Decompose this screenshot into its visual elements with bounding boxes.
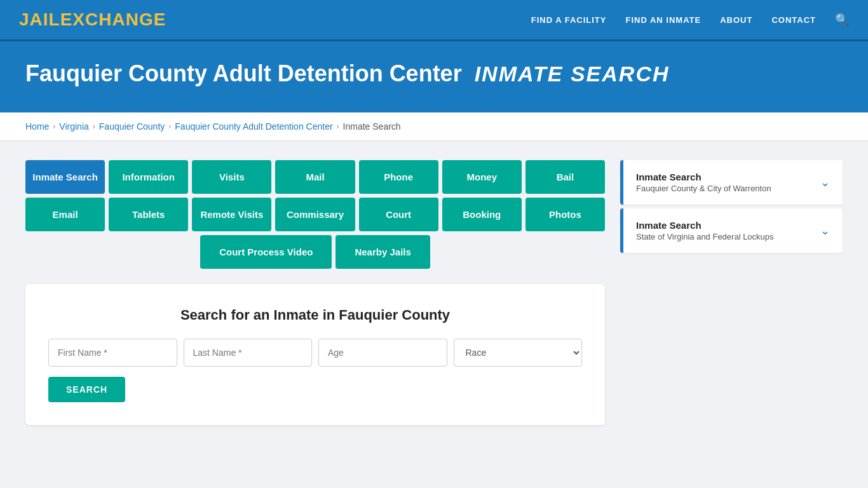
- hero-section: Fauquier County Adult Detention Center I…: [0, 41, 868, 112]
- tab-photos[interactable]: Photos: [526, 198, 605, 231]
- breadcrumb-home[interactable]: Home: [25, 121, 49, 132]
- sidebar-card-fauquier-subtitle: Fauquier County & City of Warrenton: [636, 184, 771, 193]
- tab-commissary[interactable]: Commissary: [275, 198, 355, 231]
- breadcrumb-sep-2: ›: [93, 122, 95, 131]
- search-panel: Search for an Inmate in Fauquier County …: [25, 284, 605, 425]
- breadcrumb-sep-4: ›: [337, 122, 339, 131]
- page-title: Fauquier County Adult Detention Center I…: [25, 60, 843, 87]
- main-content: Inmate Search Information Visits Mail Ph…: [0, 141, 868, 444]
- breadcrumb-fauquier-county[interactable]: Fauquier County: [99, 121, 165, 132]
- breadcrumb-sep-1: ›: [53, 122, 55, 131]
- tab-mail[interactable]: Mail: [275, 160, 355, 194]
- tabs-section: Inmate Search Information Visits Mail Ph…: [25, 160, 605, 269]
- tab-tablets[interactable]: Tablets: [109, 198, 188, 231]
- tabs-row-2: Email Tablets Remote Visits Commissary C…: [25, 198, 605, 231]
- sidebar-card-virginia-text: Inmate Search State of Virginia and Fede…: [636, 220, 774, 241]
- breadcrumb-current: Inmate Search: [343, 121, 401, 132]
- search-title: Search for an Inmate in Fauquier County: [48, 307, 582, 323]
- tab-remote-visits[interactable]: Remote Visits: [192, 198, 271, 231]
- first-name-input[interactable]: [48, 339, 177, 367]
- header: JAILEXCHANGE FIND A FACILITY FIND AN INM…: [0, 0, 868, 41]
- breadcrumb-virginia[interactable]: Virginia: [59, 121, 88, 132]
- tab-booking[interactable]: Booking: [442, 198, 522, 231]
- tab-phone[interactable]: Phone: [359, 160, 438, 194]
- sidebar-card-fauquier-title: Inmate Search: [636, 172, 771, 182]
- logo-jail: JAIL: [19, 10, 60, 29]
- breadcrumb: Home › Virginia › Fauquier County › Fauq…: [0, 112, 868, 141]
- sidebar-card-virginia: Inmate Search State of Virginia and Fede…: [620, 208, 843, 253]
- tabs-row-3: Court Process Video Nearby Jails: [25, 235, 605, 269]
- tab-visits[interactable]: Visits: [192, 160, 271, 194]
- main-nav: FIND A FACILITY FIND AN INMATE ABOUT CON…: [531, 13, 849, 27]
- sidebar-card-fauquier-text: Inmate Search Fauquier County & City of …: [636, 172, 771, 193]
- nav-find-inmate[interactable]: FIND AN INMATE: [625, 15, 701, 25]
- nav-find-facility[interactable]: FIND A FACILITY: [531, 15, 607, 25]
- tabs-row-1: Inmate Search Information Visits Mail Ph…: [25, 160, 605, 194]
- logo-exchange: EXCHANGE: [60, 10, 166, 29]
- breadcrumb-facility[interactable]: Fauquier County Adult Detention Center: [175, 121, 332, 132]
- left-column: Inmate Search Information Visits Mail Ph…: [25, 160, 605, 425]
- chevron-down-icon: ⌄: [820, 175, 830, 189]
- tab-inmate-search[interactable]: Inmate Search: [25, 160, 105, 194]
- search-button[interactable]: SEARCH: [48, 377, 125, 402]
- age-input[interactable]: [318, 339, 447, 367]
- logo[interactable]: JAILEXCHANGE: [19, 10, 166, 30]
- sidebar-card-virginia-header[interactable]: Inmate Search State of Virginia and Fede…: [620, 208, 843, 253]
- last-name-input[interactable]: [184, 339, 313, 367]
- chevron-down-icon-2: ⌄: [820, 224, 830, 238]
- nav-about[interactable]: ABOUT: [720, 15, 752, 25]
- nav-contact[interactable]: CONTACT: [771, 15, 816, 25]
- race-select[interactable]: Race White Black Hispanic Asian Other: [454, 339, 583, 367]
- tab-court[interactable]: Court: [359, 198, 438, 231]
- tab-nearby-jails[interactable]: Nearby Jails: [336, 235, 430, 269]
- search-fields: Race White Black Hispanic Asian Other: [48, 339, 582, 367]
- sidebar-card-fauquier: Inmate Search Fauquier County & City of …: [620, 160, 843, 205]
- page-title-main: Fauquier County Adult Detention Center: [25, 60, 462, 86]
- right-sidebar: Inmate Search Fauquier County & City of …: [620, 160, 843, 257]
- search-icon[interactable]: 🔍: [835, 13, 849, 27]
- tab-court-process-video[interactable]: Court Process Video: [200, 235, 332, 269]
- tab-bail[interactable]: Bail: [526, 160, 605, 194]
- sidebar-card-virginia-title: Inmate Search: [636, 220, 774, 231]
- tab-information[interactable]: Information: [109, 160, 188, 194]
- breadcrumb-sep-3: ›: [168, 122, 171, 131]
- sidebar-card-virginia-subtitle: State of Virginia and Federal Lockups: [636, 232, 774, 241]
- sidebar-card-fauquier-header[interactable]: Inmate Search Fauquier County & City of …: [620, 160, 843, 205]
- page-title-italic: INMATE SEARCH: [475, 62, 670, 86]
- tab-money[interactable]: Money: [442, 160, 522, 194]
- tab-email[interactable]: Email: [25, 198, 105, 231]
